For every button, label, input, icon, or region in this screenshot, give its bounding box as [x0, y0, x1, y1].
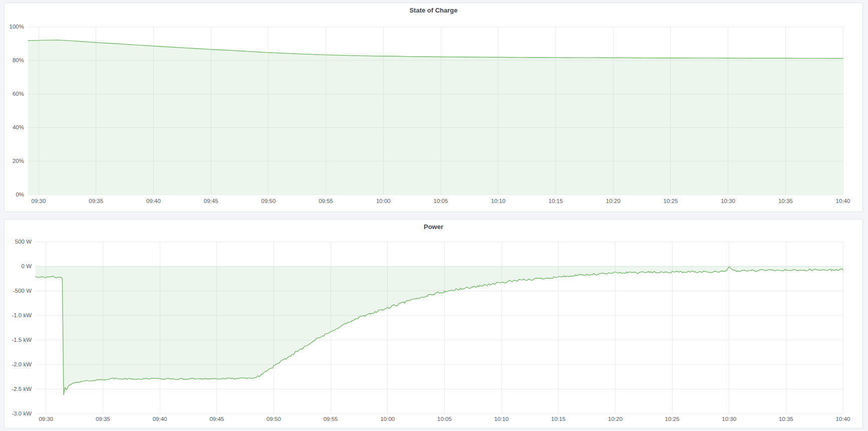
- y-tick-label: 40%: [13, 124, 24, 130]
- x-tick-label: 09:50: [261, 198, 276, 204]
- x-tick-label: 10:15: [551, 416, 565, 422]
- panel-state-of-charge: State of Charge 100%80%60%40%20%0%09:300…: [4, 3, 863, 212]
- y-tick-label: -1.0 kW: [12, 312, 32, 318]
- x-tick-label: 09:30: [39, 416, 53, 422]
- x-tick-label: 10:30: [721, 198, 735, 204]
- x-tick-label: 10:35: [779, 416, 793, 422]
- y-tick-label: 80%: [13, 57, 24, 63]
- x-axis-labels: 09:3009:3509:4009:4509:5009:5510:0010:05…: [39, 416, 850, 422]
- power-chart[interactable]: 500 W0 W-500 W-1.0 kW-1.5 kW-2.0 kW-2.5 …: [5, 220, 863, 429]
- x-tick-label: 10:40: [836, 416, 850, 422]
- y-tick-label: -2.5 kW: [12, 386, 32, 392]
- x-tick-label: 09:30: [32, 198, 46, 204]
- x-tick-label: 09:50: [266, 416, 281, 422]
- x-tick-label: 10:00: [380, 416, 395, 422]
- x-tick-label: 10:05: [434, 198, 448, 204]
- state-of-charge-chart[interactable]: 100%80%60%40%20%0%09:3009:3509:4009:4509…: [5, 3, 863, 212]
- x-tick-label: 10:20: [608, 416, 623, 422]
- series-area-fill: [28, 40, 843, 194]
- x-tick-label: 09:40: [146, 198, 161, 204]
- y-tick-label: -500 W: [13, 288, 32, 294]
- x-tick-label: 09:40: [153, 416, 167, 422]
- x-tick-label: 10:20: [606, 198, 621, 204]
- panel-power: Power 500 W0 W-500 W-1.0 kW-1.5 kW-2.0 k…: [4, 219, 863, 428]
- y-tick-label: -2.0 kW: [12, 361, 32, 367]
- y-tick-label: -3.0 kW: [12, 410, 32, 416]
- x-tick-label: 10:15: [548, 198, 563, 204]
- x-tick-label: 09:45: [209, 416, 224, 422]
- x-axis-labels: 09:3009:3509:4009:4509:5009:5510:0010:05…: [32, 198, 850, 204]
- x-tick-label: 09:45: [204, 198, 218, 204]
- x-tick-label: 10:25: [665, 416, 680, 422]
- x-tick-label: 10:30: [722, 416, 736, 422]
- x-tick-label: 10:40: [836, 198, 850, 204]
- x-tick-label: 10:00: [376, 198, 391, 204]
- x-tick-label: 09:35: [89, 198, 103, 204]
- y-tick-label: -1.5 kW: [12, 337, 32, 343]
- y-tick-label: 0%: [16, 191, 24, 197]
- y-axis-labels: 500 W0 W-500 W-1.0 kW-1.5 kW-2.0 kW-2.5 …: [12, 239, 32, 416]
- x-tick-label: 09:55: [319, 198, 333, 204]
- y-tick-label: 500 W: [15, 239, 32, 245]
- x-tick-label: 10:25: [664, 198, 678, 204]
- x-tick-label: 10:10: [494, 416, 509, 422]
- y-tick-label: 100%: [10, 24, 24, 30]
- x-tick-label: 09:55: [324, 416, 338, 422]
- x-tick-label: 10:05: [437, 416, 452, 422]
- y-tick-label: 0 W: [22, 263, 32, 269]
- series-area-fill: [36, 266, 843, 395]
- y-tick-label: 60%: [13, 91, 24, 97]
- x-tick-label: 10:35: [778, 198, 793, 204]
- x-tick-label: 10:10: [491, 198, 505, 204]
- x-tick-label: 09:35: [96, 416, 110, 422]
- y-axis-labels: 100%80%60%40%20%0%: [10, 24, 24, 197]
- y-tick-label: 20%: [13, 158, 24, 164]
